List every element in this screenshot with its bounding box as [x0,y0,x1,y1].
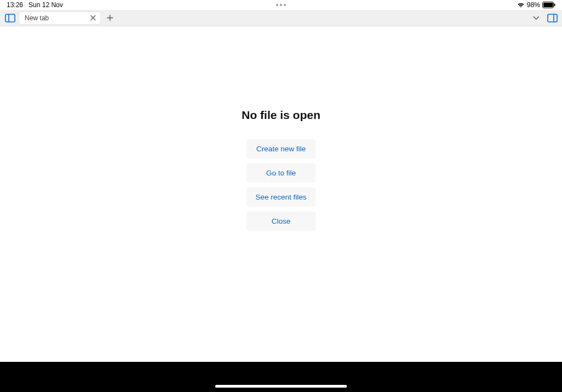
right-panel-toggle[interactable] [546,12,559,25]
chevron-down-icon [533,16,539,20]
tab-close-button[interactable] [88,14,97,22]
tab-overflow-button[interactable] [530,12,542,24]
tab-new[interactable]: New tab [19,12,101,25]
battery-icon [542,2,555,8]
status-left: 13:26 Sun 12 Nov [7,1,63,9]
battery-percent: 98% [527,1,540,9]
svg-rect-5 [548,14,557,22]
go-to-file-button[interactable]: Go to file [246,163,316,183]
bottom-bar [0,362,562,392]
close-button[interactable]: Close [246,212,316,231]
status-right: 98% [517,1,555,9]
tab-bar: New tab [0,10,562,26]
new-tab-button[interactable] [103,12,116,25]
panel-left-icon [5,14,15,22]
svg-rect-3 [5,14,15,22]
wifi-icon [517,2,525,8]
multitask-dots-icon[interactable] [276,4,286,6]
panel-right-icon [547,14,558,22]
home-indicator[interactable] [215,385,347,388]
empty-title: No file is open [241,109,321,122]
see-recent-files-button[interactable]: See recent files [246,188,316,207]
empty-state: No file is open Create new file Go to fi… [241,109,321,236]
plus-icon [106,14,114,21]
create-new-file-button[interactable]: Create new file [246,139,316,158]
close-icon [90,15,96,21]
main-content: No file is open Create new file Go to fi… [0,26,562,362]
status-date: Sun 12 Nov [29,1,63,9]
svg-rect-2 [554,4,555,7]
left-panel-toggle[interactable] [3,12,16,25]
status-time: 13:26 [7,1,23,9]
svg-rect-1 [543,3,553,7]
status-bar: 13:26 Sun 12 Nov 98% [0,0,562,10]
tab-label: New tab [25,14,49,22]
